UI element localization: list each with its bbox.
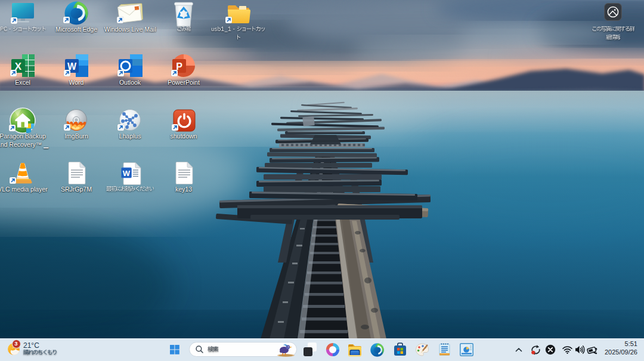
svg-text:W: W: [123, 169, 131, 178]
